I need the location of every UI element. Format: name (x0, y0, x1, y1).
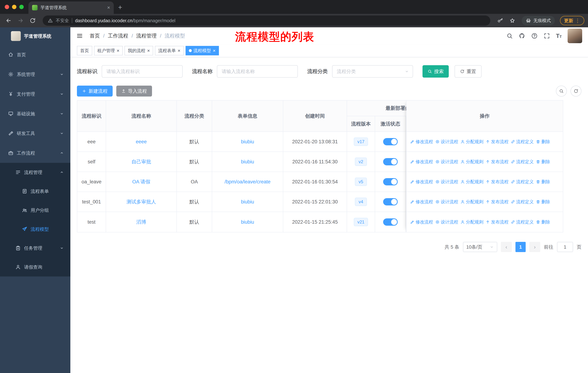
search-button[interactable]: 搜索 (422, 65, 449, 78)
breadcrumb-item[interactable]: 工作流程 (108, 32, 128, 39)
action-assign-rule[interactable]: 分配规则 (460, 139, 483, 145)
action-publish[interactable]: 发布流程 (486, 219, 509, 225)
prev-page-button[interactable]: ‹ (501, 242, 512, 252)
action-publish[interactable]: 发布流程 (486, 139, 509, 145)
category-select[interactable]: 流程分类 (332, 65, 413, 78)
question-icon[interactable] (531, 33, 538, 39)
github-icon[interactable] (519, 33, 525, 39)
action-definition[interactable]: 流程定义 (511, 139, 534, 145)
app-logo[interactable]: 芋道管理系统 (0, 27, 70, 45)
tag-process-form[interactable]: 流程表单× (155, 46, 184, 55)
active-toggle[interactable] (383, 138, 398, 145)
action-edit[interactable]: 修改流程 (410, 219, 433, 225)
browser-tab[interactable]: 芋道管理系统 × (28, 1, 114, 14)
fullscreen-icon[interactable] (544, 33, 550, 39)
tag-close-icon[interactable]: × (117, 48, 119, 53)
window-minimize-button[interactable] (12, 5, 16, 9)
reload-icon[interactable] (30, 18, 36, 24)
action-publish[interactable]: 发布流程 (486, 179, 509, 185)
goto-page-input[interactable] (557, 242, 573, 252)
sidebar-toggle-icon[interactable] (76, 32, 83, 39)
action-assign-rule[interactable]: 分配规则 (460, 159, 483, 165)
action-definition[interactable]: 流程定义 (511, 199, 534, 205)
tag-process-model[interactable]: 流程模型× (186, 46, 219, 55)
form-link[interactable]: biubiu (241, 219, 254, 225)
action-design[interactable]: 设计流程 (435, 139, 458, 145)
window-zoom-button[interactable] (19, 5, 24, 9)
sidebar-item-dev-tools[interactable]: 研发工具 (0, 123, 70, 143)
tag-home[interactable]: 首页 (77, 46, 92, 55)
action-design[interactable]: 设计流程 (435, 159, 458, 165)
bookmark-star-icon[interactable] (509, 18, 515, 24)
toggle-search-button[interactable] (556, 86, 567, 97)
window-close-button[interactable] (5, 5, 9, 9)
address-bar[interactable]: 不安全 dashboard.yudao.iocoder.cn/bpm/manag… (43, 15, 490, 26)
sidebar-item-system-management[interactable]: 系统管理 (0, 64, 70, 84)
font-size-icon[interactable]: TT (556, 33, 562, 39)
action-definition[interactable]: 流程定义 (511, 159, 534, 165)
create-process-button[interactable]: 新建流程 (77, 86, 113, 97)
tag-close-icon[interactable]: × (147, 48, 150, 53)
action-edit[interactable]: 修改流程 (410, 139, 433, 145)
forward-icon[interactable] (18, 18, 24, 24)
form-link[interactable]: biubiu (241, 159, 254, 165)
refresh-button[interactable] (570, 86, 581, 97)
process-name-link[interactable]: OA 请假 (132, 179, 150, 185)
action-edit[interactable]: 修改流程 (410, 199, 433, 205)
process-id-input[interactable] (102, 65, 183, 78)
action-publish[interactable]: 发布流程 (486, 159, 509, 165)
process-name-link[interactable]: 滔博 (136, 219, 146, 225)
action-delete[interactable]: 删除 (536, 219, 550, 225)
page-number-button[interactable]: 1 (515, 242, 526, 252)
active-toggle[interactable] (383, 178, 398, 185)
search-icon[interactable] (506, 33, 513, 39)
sidebar-item-infrastructure[interactable]: 基础设施 (0, 104, 70, 123)
process-name-link[interactable]: 自己审批 (131, 159, 151, 165)
breadcrumb-item[interactable]: 流程管理 (136, 32, 157, 39)
breadcrumb-item[interactable]: 首页 (90, 32, 100, 39)
next-page-button[interactable]: › (529, 242, 540, 252)
action-definition[interactable]: 流程定义 (511, 179, 534, 185)
process-name-input[interactable] (217, 65, 298, 78)
tag-close-icon[interactable]: × (213, 48, 216, 53)
action-edit[interactable]: 修改流程 (410, 159, 433, 165)
sidebar-item-home[interactable]: 首页 (0, 45, 70, 64)
action-delete[interactable]: 删除 (536, 179, 550, 185)
tag-close-icon[interactable]: × (178, 48, 180, 53)
process-name-link[interactable]: 测试多审批人 (126, 199, 156, 205)
reset-button[interactable]: 重置 (455, 65, 482, 78)
password-key-icon[interactable] (497, 18, 504, 24)
action-design[interactable]: 设计流程 (435, 179, 458, 185)
new-tab-button[interactable]: + (118, 3, 122, 11)
active-toggle[interactable] (383, 198, 398, 205)
form-link[interactable]: /bpm/oa/leave/create (225, 179, 271, 185)
page-size-select[interactable]: 10条/页 (463, 242, 497, 252)
action-assign-rule[interactable]: 分配规则 (460, 179, 483, 185)
sidebar-item-task-management[interactable]: 任务管理 (0, 239, 70, 258)
action-edit[interactable]: 修改流程 (410, 179, 433, 185)
sidebar-item-payment-management[interactable]: 支付管理 (0, 84, 70, 104)
sidebar-item-workflow[interactable]: 工作流程 (0, 143, 70, 163)
tag-tenant-management[interactable]: 租户管理× (94, 46, 123, 55)
action-delete[interactable]: 删除 (536, 159, 550, 165)
user-avatar[interactable] (567, 29, 582, 43)
action-design[interactable]: 设计流程 (435, 199, 458, 205)
sidebar-item-leave-query[interactable]: 请假查询 (0, 258, 70, 276)
sidebar-item-process-form[interactable]: 流程表单 (0, 182, 70, 201)
action-publish[interactable]: 发布流程 (486, 199, 509, 205)
active-toggle[interactable] (383, 218, 398, 226)
action-assign-rule[interactable]: 分配规则 (460, 219, 483, 225)
form-link[interactable]: biubiu (241, 199, 254, 205)
action-assign-rule[interactable]: 分配规则 (460, 199, 483, 205)
action-delete[interactable]: 删除 (536, 139, 550, 145)
chrome-update-button[interactable]: 更新 ⋮ (560, 16, 584, 25)
action-design[interactable]: 设计流程 (435, 219, 458, 225)
back-icon[interactable] (5, 18, 12, 24)
sidebar-item-process-management[interactable]: 流程管理 (0, 163, 70, 182)
active-toggle[interactable] (383, 158, 398, 165)
chrome-menu-icon[interactable]: ⋮ (575, 18, 580, 24)
tag-my-process[interactable]: 我的流程× (125, 46, 153, 55)
action-delete[interactable]: 删除 (536, 199, 550, 205)
process-name-link[interactable]: eeee (136, 139, 147, 145)
form-link[interactable]: biubiu (241, 139, 254, 145)
